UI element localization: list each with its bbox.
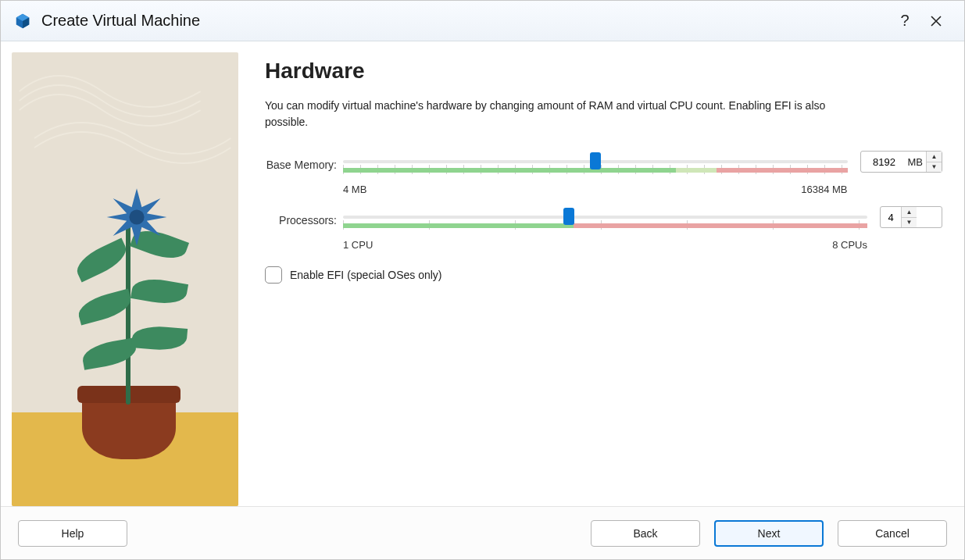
memory-slider-thumb[interactable] — [590, 152, 601, 169]
processors-max-label: 8 CPUs — [832, 239, 867, 251]
close-icon[interactable] — [920, 5, 952, 37]
cancel-button[interactable]: Cancel — [838, 520, 947, 547]
efi-checkbox[interactable] — [265, 266, 282, 284]
efi-label: Enable EFI (special OSes only) — [290, 269, 442, 281]
processors-slider[interactable] — [343, 206, 867, 241]
memory-step-down[interactable]: ▼ — [927, 162, 942, 173]
memory-slider[interactable] — [343, 151, 848, 185]
processors-min-label: 1 CPU — [343, 239, 373, 251]
processors-label: Processors: — [265, 206, 343, 226]
processors-step-down[interactable]: ▼ — [902, 218, 917, 228]
help-icon[interactable]: ? — [889, 5, 920, 37]
efi-checkbox-row[interactable]: Enable EFI (special OSes only) — [265, 266, 942, 284]
titlebar: Create Virtual Machine ? — [1, 1, 964, 41]
wizard-footer: Help Back Next Cancel — [1, 506, 964, 559]
memory-value-input[interactable] — [861, 152, 908, 172]
window-title: Create Virtual Machine — [41, 12, 889, 30]
processors-value-input[interactable] — [881, 207, 901, 227]
memory-max-label: 16384 MB — [801, 184, 847, 195]
memory-step-up[interactable]: ▲ — [927, 152, 942, 162]
help-button[interactable]: Help — [18, 520, 127, 547]
memory-label: Base Memory: — [265, 151, 343, 171]
processors-step-up[interactable]: ▲ — [902, 207, 917, 218]
memory-min-label: 4 MB — [343, 184, 366, 195]
memory-unit: MB — [908, 152, 927, 172]
processors-spinbox[interactable]: ▲ ▼ — [880, 206, 942, 228]
app-icon — [13, 12, 32, 30]
wizard-illustration — [12, 52, 238, 506]
svg-point-1 — [129, 209, 144, 224]
back-button[interactable]: Back — [591, 520, 700, 547]
processors-slider-thumb[interactable] — [563, 208, 574, 225]
memory-spinbox[interactable]: MB ▲ ▼ — [860, 151, 943, 173]
page-description: You can modify virtual machine's hardwar… — [265, 98, 827, 130]
next-button[interactable]: Next — [714, 520, 824, 547]
page-heading: Hardware — [265, 59, 942, 84]
